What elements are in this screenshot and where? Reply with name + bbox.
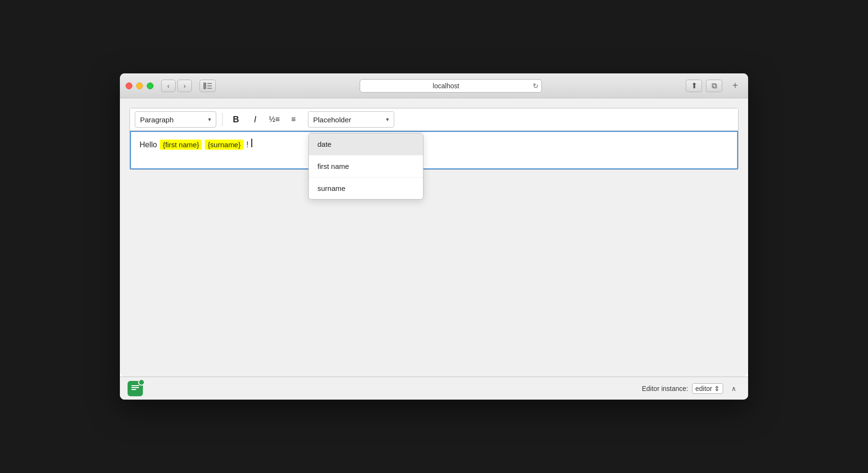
share-icon: ⬆ xyxy=(691,81,697,90)
placeholder-dropdown-label: Placeholder xyxy=(313,116,351,124)
ordered-list-icon: ½≡ xyxy=(269,115,280,124)
italic-icon: I xyxy=(254,115,256,125)
sidebar-icon xyxy=(203,83,212,89)
editor-text: Hello {first name} {surname} ! xyxy=(140,139,728,150)
browser-window: ‹ › localhost ↻ ⬆ xyxy=(120,73,748,400)
title-bar: ‹ › localhost ↻ ⬆ xyxy=(120,73,748,98)
editor-instance-select[interactable]: editor ⇕ xyxy=(692,383,723,394)
back-button[interactable]: ‹ xyxy=(161,80,176,92)
back-icon: ‹ xyxy=(167,82,170,90)
traffic-lights xyxy=(126,83,153,89)
app-icon-svg xyxy=(130,384,140,393)
editor-instance-label: Editor instance: xyxy=(642,385,688,392)
dropdown-item-date[interactable]: date xyxy=(309,133,423,155)
editor-toolbar: Paragraph ▾ B I ½≡ ≡ Place xyxy=(130,108,738,131)
placeholder-dropdown-menu: date first name surname xyxy=(308,133,423,200)
paragraph-chevron-icon: ▾ xyxy=(208,116,211,123)
editor-hello-text: Hello xyxy=(140,141,157,149)
editor-placeholder-surname: {surname} xyxy=(205,140,243,150)
unordered-list-button[interactable]: ≡ xyxy=(286,112,301,127)
unordered-list-icon: ≡ xyxy=(291,115,295,124)
paragraph-select-label: Paragraph xyxy=(140,116,174,124)
address-text: localhost xyxy=(433,82,459,90)
close-button[interactable] xyxy=(126,83,132,89)
italic-button[interactable]: I xyxy=(247,112,263,127)
stepper-icon: ⇕ xyxy=(714,385,720,392)
tabs-button[interactable]: ⧉ xyxy=(706,80,722,92)
placeholder-chevron-icon: ▾ xyxy=(386,116,389,123)
collapse-icon: ∧ xyxy=(731,385,736,392)
dropdown-item-first-name[interactable]: first name xyxy=(309,155,423,177)
forward-button[interactable]: › xyxy=(177,80,192,92)
app-icon xyxy=(128,381,143,396)
editor-placeholder-first-name: {first name} xyxy=(160,140,202,150)
nav-buttons: ‹ › xyxy=(161,80,192,92)
editor-instance-value: editor xyxy=(695,385,712,392)
ordered-list-button[interactable]: ½≡ xyxy=(267,112,282,127)
bottom-bar: Editor instance: editor ⇕ ∧ xyxy=(120,377,748,400)
dropdown-item-first-name-label: first name xyxy=(317,162,349,170)
editor-wrapper: Paragraph ▾ B I ½≡ ≡ Place xyxy=(129,108,739,170)
editor-content[interactable]: Hello {first name} {surname} ! xyxy=(130,131,738,169)
bold-icon: B xyxy=(233,115,239,125)
editor-container: Paragraph ▾ B I ½≡ ≡ Place xyxy=(120,98,748,377)
placeholder-dropdown[interactable]: Placeholder ▾ date first name surname xyxy=(308,111,394,128)
address-bar[interactable]: localhost ↻ xyxy=(360,79,542,93)
collapse-button[interactable]: ∧ xyxy=(727,383,740,394)
sidebar-toggle-button[interactable] xyxy=(199,80,216,92)
share-button[interactable]: ⬆ xyxy=(686,80,702,92)
maximize-button[interactable] xyxy=(147,83,153,89)
editor-suffix-text: ! xyxy=(246,141,248,149)
new-tab-icon: + xyxy=(732,80,738,91)
toolbar-divider-1 xyxy=(222,113,223,126)
minimize-button[interactable] xyxy=(136,83,143,89)
dropdown-item-surname[interactable]: surname xyxy=(309,177,423,199)
dropdown-item-surname-label: surname xyxy=(317,184,345,192)
tabs-icon: ⧉ xyxy=(712,82,717,90)
new-tab-button[interactable]: + xyxy=(728,80,742,92)
editor-instance-bar: Editor instance: editor ⇕ ∧ xyxy=(642,383,740,394)
dropdown-item-date-label: date xyxy=(317,140,331,148)
browser-toolbar-right: ⬆ ⧉ xyxy=(686,80,722,92)
address-bar-container: localhost ↻ xyxy=(223,79,678,93)
paragraph-select[interactable]: Paragraph ▾ xyxy=(135,111,216,128)
svg-rect-1 xyxy=(131,387,139,388)
svg-rect-0 xyxy=(131,385,139,386)
svg-rect-2 xyxy=(131,389,136,390)
forward-icon: › xyxy=(184,82,186,90)
text-cursor xyxy=(251,139,252,147)
refresh-button[interactable]: ↻ xyxy=(533,82,539,90)
app-icon-badge xyxy=(138,379,145,386)
bold-button[interactable]: B xyxy=(228,112,244,127)
